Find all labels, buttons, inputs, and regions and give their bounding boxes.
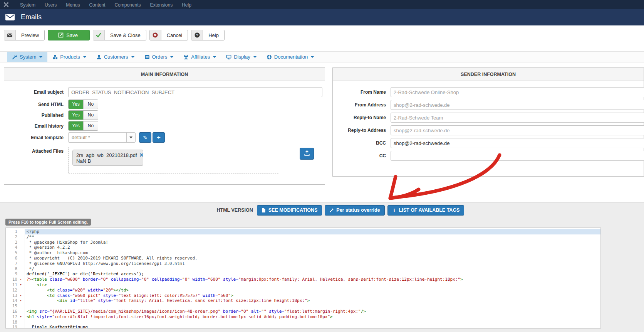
code-line-text[interactable]: <div id="title" style="font-family: Aria… xyxy=(25,298,600,303)
code-line-text[interactable]: <h1 style="color:#1c8faf !important;font… xyxy=(25,314,600,320)
line-number: 8 xyxy=(6,266,17,272)
code-line-text[interactable]: /** xyxy=(25,234,600,240)
line-number: 2 xyxy=(6,234,17,240)
email-subject-input[interactable] xyxy=(68,87,322,97)
topbar-menu-help[interactable]: Help xyxy=(177,2,196,8)
code-line-text[interactable] xyxy=(25,320,600,325)
line-number-gutter: 5 xyxy=(6,250,25,256)
save-button[interactable]: Save xyxy=(48,30,90,40)
per-status-override-button[interactable]: Per status override xyxy=(325,205,384,216)
code-line-text[interactable]: */ xyxy=(25,266,600,272)
code-line-text[interactable]: * @copyright (C) 2010-2019 HIKARI SOFTWA… xyxy=(25,256,600,261)
fold-marker-icon[interactable]: ▾ xyxy=(17,282,24,288)
fold-spacer xyxy=(17,271,24,277)
fold-spacer xyxy=(17,266,24,272)
published-option-no[interactable]: No xyxy=(83,111,98,120)
see-modifications-button[interactable]: SEE MODIFICATIONS xyxy=(257,205,322,216)
envelope-icon xyxy=(5,14,15,20)
code-line-text[interactable]: <tr> xyxy=(25,282,600,288)
tab-system-label: System xyxy=(20,54,36,60)
tab-display[interactable]: Display xyxy=(221,52,262,62)
preview-button[interactable]: Preview xyxy=(4,30,45,40)
cc-input[interactable] xyxy=(391,151,644,161)
topbar-menu-extensions[interactable]: Extensions xyxy=(145,2,177,8)
chevron-down-icon xyxy=(311,56,314,58)
code-line-text[interactable]: <img src="{VAR:LIVE_SITE}/media/com_hika… xyxy=(25,309,600,314)
line-number: 4 xyxy=(6,245,17,250)
attachments-dropzone[interactable]: 2rs_agb_wb_20210218.pdf ✕ NaN B xyxy=(68,147,279,174)
code-line-text[interactable]: * @author hikashop.com xyxy=(25,250,600,256)
topbar-menu-users[interactable]: Users xyxy=(40,2,61,8)
tab-affiliates[interactable]: Affiliates xyxy=(178,52,221,62)
attachment-chip: 2rs_agb_wb_20210218.pdf ✕ NaN B xyxy=(72,150,143,166)
code-line-text[interactable]: * @license GNU/GPLv3 http://www.gnu.org/… xyxy=(25,261,600,266)
help-button[interactable]: ? Help xyxy=(191,30,225,40)
see-modifications-button-label: SEE MODIFICATIONS xyxy=(268,207,318,213)
add-template-button[interactable]: + xyxy=(153,132,165,143)
topbar-menu-components[interactable]: Components xyxy=(110,2,145,8)
chevron-down-icon xyxy=(253,56,257,58)
line-number-gutter: 13 ▾ xyxy=(6,293,25,298)
tab-orders[interactable]: Orders xyxy=(139,52,179,62)
code-line-text[interactable]: * @package HikaShop for Joomla! xyxy=(25,240,600,245)
edit-template-button[interactable]: ✎ xyxy=(139,132,151,143)
code-line: 14 ▾ <div id="title" style="font-family:… xyxy=(6,298,600,303)
fold-spacer xyxy=(17,261,24,266)
remove-attachment-icon[interactable]: ✕ xyxy=(139,152,144,158)
code-editor[interactable]: 1 <?php 2 /** 3 * @package HikaShop for … xyxy=(5,228,601,329)
topbar-menu-system[interactable]: System xyxy=(15,2,40,8)
chevron-down-icon xyxy=(170,56,173,58)
tab-customers-label: Customers xyxy=(104,54,128,60)
check-icon xyxy=(93,30,105,40)
email-history-option-yes[interactable]: Yes xyxy=(69,121,83,130)
send-html-option-yes[interactable]: Yes xyxy=(69,100,83,109)
email-template-select[interactable]: default * xyxy=(68,132,136,143)
published-option-yes[interactable]: Yes xyxy=(69,111,83,120)
code-line-text[interactable]: <?php xyxy=(25,229,600,234)
code-line: 12 <td class="w20" width="20"></td> xyxy=(6,288,600,293)
from-address-input[interactable] xyxy=(391,100,644,110)
fold-marker-icon[interactable]: ▾ xyxy=(17,314,24,320)
bcc-label: BCC xyxy=(333,140,391,146)
chevron-down-icon xyxy=(39,56,42,58)
line-number: 5 xyxy=(6,250,17,256)
select-caret-icon[interactable] xyxy=(126,133,135,142)
code-line-text[interactable]: <td class="w560 pict" style="text-align:… xyxy=(25,293,600,298)
reply-to-address-input[interactable] xyxy=(391,125,644,135)
cc-label: CC xyxy=(333,153,391,158)
code-line-text[interactable]: ?><table class="w600" border="0" cellspa… xyxy=(25,277,600,282)
code-line-text[interactable] xyxy=(25,303,600,309)
tab-documentation[interactable]: Documentation xyxy=(262,52,319,62)
line-number-gutter: 17 ▾ xyxy=(6,314,25,320)
help-icon: ? xyxy=(191,30,203,40)
save-close-button[interactable]: Save & Close xyxy=(93,30,146,40)
code-line-text[interactable]: <td class="w20" width="20"></td> xyxy=(25,288,600,293)
fold-marker-icon[interactable]: ▾ xyxy=(17,298,24,303)
email-history-option-no[interactable]: No xyxy=(83,121,98,130)
send-html-option-no[interactable]: No xyxy=(83,100,98,109)
reply-to-name-input[interactable] xyxy=(391,113,644,123)
topbar-menu-content[interactable]: Content xyxy=(84,2,110,8)
wrench-icon xyxy=(12,54,17,60)
topbar-menu-menus[interactable]: Menus xyxy=(61,2,84,8)
upload-attachment-button[interactable] xyxy=(300,148,314,160)
per-status-override-button-label: Per status override xyxy=(336,207,380,213)
fold-marker-icon[interactable]: ▾ xyxy=(17,277,24,282)
fold-spacer xyxy=(17,240,24,245)
tab-system[interactable]: System xyxy=(7,52,47,62)
from-name-input[interactable] xyxy=(391,87,644,97)
list-of-available-tags-button[interactable]: i LIST OF AVAILABLE TAGS xyxy=(387,205,465,216)
hikashop-menubar: System Products Customers Orders Affilia… xyxy=(0,51,644,62)
svg-text:?: ? xyxy=(196,33,198,37)
bcc-input[interactable] xyxy=(391,138,644,148)
cancel-button[interactable]: Cancel xyxy=(149,30,188,40)
fold-marker-icon[interactable]: ▾ xyxy=(17,293,24,298)
fold-spacer xyxy=(17,234,24,240)
code-line-text[interactable]: Finale Kaufbestätigung xyxy=(25,325,600,329)
tab-products[interactable]: Products xyxy=(47,52,91,62)
display-icon xyxy=(226,54,231,60)
code-line-text[interactable]: defined('_JEXEC') or die('Restricted acc… xyxy=(25,271,600,277)
tab-customers[interactable]: Customers xyxy=(91,52,139,62)
code-line-text[interactable]: * @version 4.2.2 xyxy=(25,245,600,250)
email-history-toggle: YesNo xyxy=(68,121,98,131)
